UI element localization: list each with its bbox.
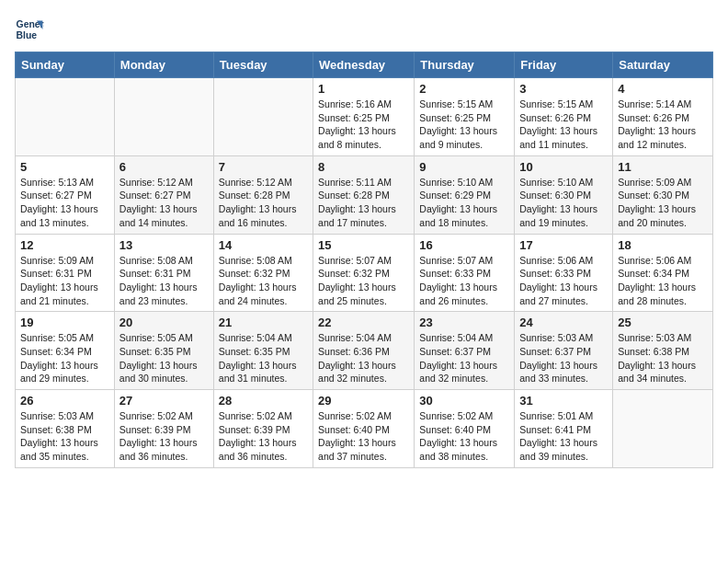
day-number: 26	[20, 394, 109, 408]
calendar-cell: 24Sunrise: 5:03 AM Sunset: 6:37 PM Dayli…	[515, 312, 613, 390]
day-info: Sunrise: 5:12 AM Sunset: 6:27 PM Dayligh…	[119, 176, 209, 230]
day-number: 28	[219, 394, 308, 408]
calendar-header-row: SundayMondayTuesdayWednesdayThursdayFrid…	[16, 52, 713, 78]
calendar-week-5: 26Sunrise: 5:03 AM Sunset: 6:38 PM Dayli…	[16, 390, 713, 468]
day-number: 16	[419, 238, 509, 252]
logo-icon: General Blue	[15, 15, 44, 44]
day-number: 20	[119, 316, 209, 329]
calendar-cell: 30Sunrise: 5:02 AM Sunset: 6:40 PM Dayli…	[415, 390, 515, 468]
day-number: 5	[20, 160, 109, 174]
calendar-header-tuesday: Tuesday	[213, 52, 313, 78]
calendar-cell: 10Sunrise: 5:10 AM Sunset: 6:30 PM Dayli…	[515, 155, 613, 234]
calendar-cell: 29Sunrise: 5:02 AM Sunset: 6:40 PM Dayli…	[313, 390, 415, 468]
day-number: 8	[318, 160, 409, 174]
calendar-cell: 26Sunrise: 5:03 AM Sunset: 6:38 PM Dayli…	[16, 390, 115, 468]
day-number: 12	[20, 238, 109, 252]
day-info: Sunrise: 5:03 AM Sunset: 6:38 PM Dayligh…	[618, 331, 708, 385]
calendar-cell: 4Sunrise: 5:14 AM Sunset: 6:26 PM Daylig…	[613, 78, 713, 156]
calendar-cell: 12Sunrise: 5:09 AM Sunset: 6:31 PM Dayli…	[16, 234, 115, 312]
calendar-cell: 15Sunrise: 5:07 AM Sunset: 6:32 PM Dayli…	[313, 234, 415, 312]
calendar-table: SundayMondayTuesdayWednesdayThursdayFrid…	[15, 52, 713, 468]
day-number: 6	[119, 160, 209, 174]
calendar-cell: 28Sunrise: 5:02 AM Sunset: 6:39 PM Dayli…	[213, 390, 313, 468]
day-number: 7	[219, 160, 308, 174]
day-info: Sunrise: 5:03 AM Sunset: 6:38 PM Dayligh…	[20, 409, 109, 464]
day-number: 19	[20, 316, 109, 329]
day-info: Sunrise: 5:12 AM Sunset: 6:28 PM Dayligh…	[219, 176, 308, 230]
calendar-cell: 1Sunrise: 5:16 AM Sunset: 6:25 PM Daylig…	[313, 78, 415, 156]
calendar-cell: 18Sunrise: 5:06 AM Sunset: 6:34 PM Dayli…	[613, 234, 713, 312]
calendar-cell: 5Sunrise: 5:13 AM Sunset: 6:27 PM Daylig…	[16, 155, 115, 234]
day-info: Sunrise: 5:04 AM Sunset: 6:36 PM Dayligh…	[318, 331, 409, 385]
day-info: Sunrise: 5:16 AM Sunset: 6:25 PM Dayligh…	[318, 98, 409, 152]
day-info: Sunrise: 5:01 AM Sunset: 6:41 PM Dayligh…	[519, 409, 608, 464]
day-number: 13	[119, 238, 209, 252]
day-number: 30	[419, 394, 509, 408]
day-number: 10	[519, 160, 608, 174]
day-number: 3	[519, 82, 608, 96]
calendar-cell: 3Sunrise: 5:15 AM Sunset: 6:26 PM Daylig…	[515, 78, 613, 156]
day-info: Sunrise: 5:14 AM Sunset: 6:26 PM Dayligh…	[618, 98, 708, 152]
calendar-cell: 14Sunrise: 5:08 AM Sunset: 6:32 PM Dayli…	[213, 234, 313, 312]
day-info: Sunrise: 5:03 AM Sunset: 6:37 PM Dayligh…	[519, 331, 608, 385]
calendar-cell: 21Sunrise: 5:04 AM Sunset: 6:35 PM Dayli…	[213, 312, 313, 390]
day-info: Sunrise: 5:04 AM Sunset: 6:37 PM Dayligh…	[419, 331, 509, 385]
day-number: 17	[519, 238, 608, 252]
day-number: 24	[519, 316, 608, 329]
calendar-week-2: 5Sunrise: 5:13 AM Sunset: 6:27 PM Daylig…	[16, 155, 713, 234]
day-info: Sunrise: 5:02 AM Sunset: 6:39 PM Dayligh…	[219, 409, 308, 464]
day-info: Sunrise: 5:05 AM Sunset: 6:35 PM Dayligh…	[119, 331, 209, 385]
calendar-cell: 17Sunrise: 5:06 AM Sunset: 6:33 PM Dayli…	[515, 234, 613, 312]
calendar-header-thursday: Thursday	[415, 52, 515, 78]
calendar-cell	[16, 78, 115, 156]
day-number: 18	[618, 238, 708, 252]
calendar-cell: 31Sunrise: 5:01 AM Sunset: 6:41 PM Dayli…	[515, 390, 613, 468]
day-info: Sunrise: 5:04 AM Sunset: 6:35 PM Dayligh…	[219, 331, 308, 385]
day-info: Sunrise: 5:08 AM Sunset: 6:31 PM Dayligh…	[119, 254, 209, 308]
day-info: Sunrise: 5:05 AM Sunset: 6:34 PM Dayligh…	[20, 331, 109, 385]
day-info: Sunrise: 5:07 AM Sunset: 6:32 PM Dayligh…	[318, 254, 409, 308]
calendar-week-4: 19Sunrise: 5:05 AM Sunset: 6:34 PM Dayli…	[16, 312, 713, 390]
day-info: Sunrise: 5:07 AM Sunset: 6:33 PM Dayligh…	[419, 254, 509, 308]
calendar-week-3: 12Sunrise: 5:09 AM Sunset: 6:31 PM Dayli…	[16, 234, 713, 312]
day-info: Sunrise: 5:09 AM Sunset: 6:31 PM Dayligh…	[20, 254, 109, 308]
calendar-cell: 8Sunrise: 5:11 AM Sunset: 6:28 PM Daylig…	[313, 155, 415, 234]
calendar-cell: 2Sunrise: 5:15 AM Sunset: 6:25 PM Daylig…	[415, 78, 515, 156]
day-number: 14	[219, 238, 308, 252]
calendar-cell: 7Sunrise: 5:12 AM Sunset: 6:28 PM Daylig…	[213, 155, 313, 234]
calendar-header-wednesday: Wednesday	[313, 52, 415, 78]
day-info: Sunrise: 5:15 AM Sunset: 6:25 PM Dayligh…	[419, 98, 509, 152]
day-info: Sunrise: 5:06 AM Sunset: 6:33 PM Dayligh…	[519, 254, 608, 308]
calendar-cell	[114, 78, 213, 156]
day-number: 23	[419, 316, 509, 329]
day-info: Sunrise: 5:02 AM Sunset: 6:40 PM Dayligh…	[318, 409, 409, 464]
day-number: 4	[618, 82, 708, 96]
calendar-cell: 13Sunrise: 5:08 AM Sunset: 6:31 PM Dayli…	[114, 234, 213, 312]
logo: General Blue	[15, 15, 48, 44]
calendar-cell: 22Sunrise: 5:04 AM Sunset: 6:36 PM Dayli…	[313, 312, 415, 390]
calendar-cell: 16Sunrise: 5:07 AM Sunset: 6:33 PM Dayli…	[415, 234, 515, 312]
calendar-cell: 23Sunrise: 5:04 AM Sunset: 6:37 PM Dayli…	[415, 312, 515, 390]
day-info: Sunrise: 5:02 AM Sunset: 6:40 PM Dayligh…	[419, 409, 509, 464]
calendar-cell: 19Sunrise: 5:05 AM Sunset: 6:34 PM Dayli…	[16, 312, 115, 390]
calendar-cell: 9Sunrise: 5:10 AM Sunset: 6:29 PM Daylig…	[415, 155, 515, 234]
calendar-header-friday: Friday	[515, 52, 613, 78]
day-info: Sunrise: 5:10 AM Sunset: 6:29 PM Dayligh…	[419, 176, 509, 230]
day-number: 1	[318, 82, 409, 96]
day-number: 11	[618, 160, 708, 174]
calendar-header-sunday: Sunday	[16, 52, 115, 78]
day-number: 31	[519, 394, 608, 408]
svg-text:Blue: Blue	[17, 30, 38, 40]
calendar-cell	[213, 78, 313, 156]
day-info: Sunrise: 5:02 AM Sunset: 6:39 PM Dayligh…	[119, 409, 209, 464]
calendar-header-monday: Monday	[114, 52, 213, 78]
calendar-cell: 11Sunrise: 5:09 AM Sunset: 6:30 PM Dayli…	[613, 155, 713, 234]
day-number: 22	[318, 316, 409, 329]
day-info: Sunrise: 5:08 AM Sunset: 6:32 PM Dayligh…	[219, 254, 308, 308]
header: General Blue	[15, 15, 713, 44]
calendar-cell: 27Sunrise: 5:02 AM Sunset: 6:39 PM Dayli…	[114, 390, 213, 468]
day-number: 15	[318, 238, 409, 252]
calendar-cell: 20Sunrise: 5:05 AM Sunset: 6:35 PM Dayli…	[114, 312, 213, 390]
day-number: 9	[419, 160, 509, 174]
day-info: Sunrise: 5:10 AM Sunset: 6:30 PM Dayligh…	[519, 176, 608, 230]
